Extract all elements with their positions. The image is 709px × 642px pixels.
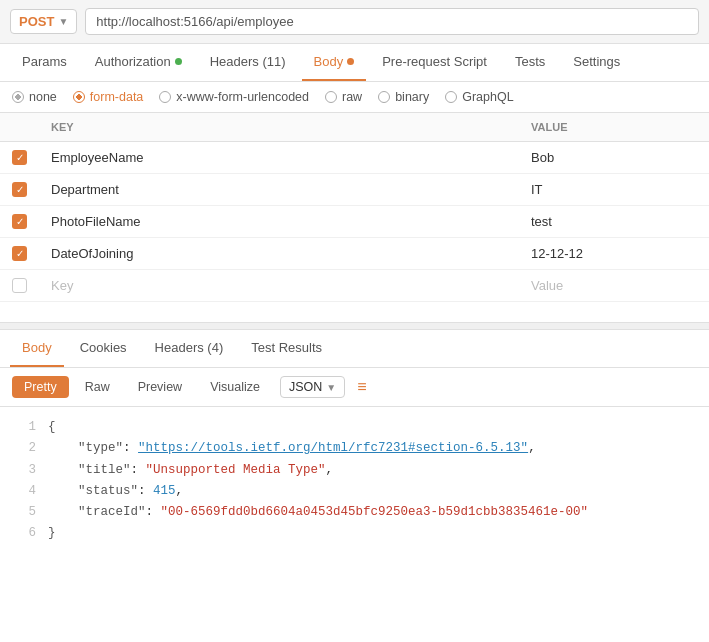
radio-binary xyxy=(378,91,390,103)
key-cell[interactable]: PhotoFileName xyxy=(39,206,519,238)
radio-graphql xyxy=(445,91,457,103)
response-tab-test-results[interactable]: Test Results xyxy=(239,330,334,367)
body-type-urlencoded[interactable]: x-www-form-urlencoded xyxy=(159,90,309,104)
method-label: POST xyxy=(19,14,54,29)
radio-none xyxy=(12,91,24,103)
table-row-placeholder: Key Value xyxy=(0,270,709,302)
tab-authorization[interactable]: Authorization xyxy=(83,44,194,81)
format-preview-button[interactable]: Preview xyxy=(126,376,194,398)
value-cell[interactable]: Bob xyxy=(519,142,709,174)
value-header: VALUE xyxy=(519,113,709,142)
json-line-4: 4 "status": 415, xyxy=(0,481,709,502)
checkbox-1[interactable]: ✓ xyxy=(12,150,27,165)
table-row: ✓ EmployeeName Bob xyxy=(0,142,709,174)
value-cell[interactable]: IT xyxy=(519,174,709,206)
url-bar: POST ▼ xyxy=(0,0,709,44)
url-input[interactable] xyxy=(85,8,699,35)
body-type-binary[interactable]: binary xyxy=(378,90,429,104)
json-line-5: 5 "traceId": "00-6569fdd0bd6604a0453d45b… xyxy=(0,502,709,523)
body-type-form-data[interactable]: form-data xyxy=(73,90,144,104)
checkbox-2[interactable]: ✓ xyxy=(12,182,27,197)
checkbox-4[interactable]: ✓ xyxy=(12,246,27,261)
format-bar: Pretty Raw Preview Visualize JSON ▼ ≡ xyxy=(0,368,709,407)
key-placeholder[interactable]: Key xyxy=(39,270,519,302)
json-line-1: 1 { xyxy=(0,417,709,438)
tab-params[interactable]: Params xyxy=(10,44,79,81)
value-cell[interactable]: test xyxy=(519,206,709,238)
key-cell[interactable]: EmployeeName xyxy=(39,142,519,174)
tab-pre-request[interactable]: Pre-request Script xyxy=(370,44,499,81)
body-type-raw[interactable]: raw xyxy=(325,90,362,104)
json-line-3: 3 "title": "Unsupported Media Type", xyxy=(0,460,709,481)
checkbox-3[interactable]: ✓ xyxy=(12,214,27,229)
tab-settings[interactable]: Settings xyxy=(561,44,632,81)
json-line-2: 2 "type": "https://tools.ietf.org/html/r… xyxy=(0,438,709,459)
json-viewer: 1 { 2 "type": "https://tools.ietf.org/ht… xyxy=(0,407,709,555)
authorization-dot xyxy=(175,58,182,65)
tab-body[interactable]: Body xyxy=(302,44,367,81)
checkbox-placeholder[interactable] xyxy=(12,278,27,293)
radio-raw xyxy=(325,91,337,103)
table-row: ✓ DateOfJoining 12-12-12 xyxy=(0,238,709,270)
body-type-bar: none form-data x-www-form-urlencoded raw… xyxy=(0,82,709,113)
format-pretty-button[interactable]: Pretty xyxy=(12,376,69,398)
radio-form-data xyxy=(73,91,85,103)
response-tab-bar: Body Cookies Headers (4) Test Results xyxy=(0,330,709,368)
request-tab-bar: Params Authorization Headers (11) Body P… xyxy=(0,44,709,82)
format-chevron-icon: ▼ xyxy=(326,382,336,393)
body-dot xyxy=(347,58,354,65)
value-placeholder[interactable]: Value xyxy=(519,270,709,302)
format-select[interactable]: JSON ▼ xyxy=(280,376,345,398)
response-tab-body[interactable]: Body xyxy=(10,330,64,367)
radio-urlencoded xyxy=(159,91,171,103)
tab-tests[interactable]: Tests xyxy=(503,44,557,81)
wrap-icon[interactable]: ≡ xyxy=(357,378,366,396)
format-visualize-button[interactable]: Visualize xyxy=(198,376,272,398)
key-cell[interactable]: DateOfJoining xyxy=(39,238,519,270)
json-line-6: 6 } xyxy=(0,523,709,544)
body-type-none[interactable]: none xyxy=(12,90,57,104)
method-chevron-icon: ▼ xyxy=(58,16,68,27)
table-row: ✓ PhotoFileName test xyxy=(0,206,709,238)
body-type-graphql[interactable]: GraphQL xyxy=(445,90,513,104)
method-select[interactable]: POST ▼ xyxy=(10,9,77,34)
response-tab-cookies[interactable]: Cookies xyxy=(68,330,139,367)
response-tab-headers[interactable]: Headers (4) xyxy=(143,330,236,367)
table-row: ✓ Department IT xyxy=(0,174,709,206)
key-cell[interactable]: Department xyxy=(39,174,519,206)
params-table: KEY VALUE ✓ EmployeeName Bob ✓ Departmen… xyxy=(0,113,709,302)
section-divider xyxy=(0,322,709,330)
format-raw-button[interactable]: Raw xyxy=(73,376,122,398)
value-cell[interactable]: 12-12-12 xyxy=(519,238,709,270)
key-header: KEY xyxy=(39,113,519,142)
tab-headers[interactable]: Headers (11) xyxy=(198,44,298,81)
